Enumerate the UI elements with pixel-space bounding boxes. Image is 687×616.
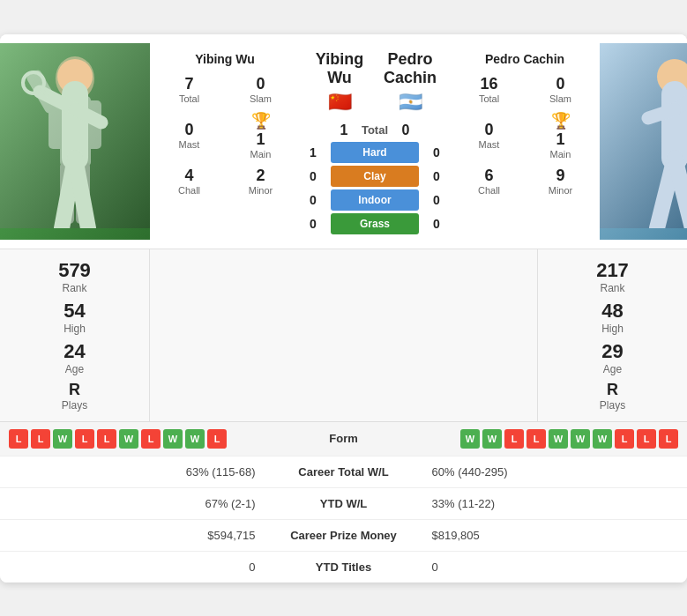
left-form-badges: LLWLLWLWWL [9,429,227,449]
indoor-right-score: 0 [428,193,445,207]
right-form-badges: WWLLWWWLLL [460,429,678,449]
right-minor-label: Minor [549,185,573,196]
ytd-wl-label: YTD W/L [265,497,423,510]
left-player-figure [0,43,150,228]
right-chall-label: Chall [478,185,500,196]
ytd-titles-label: YTD Titles [265,560,423,574]
left-minor-label: Minor [249,185,273,196]
total-row: 1 Total 0 [304,122,445,138]
left-form-badge: L [97,429,116,449]
left-name-area: Yibing Wu 🇨🇳 [304,43,375,121]
ytd-wl-left: 67% (2-1) [13,497,265,510]
left-plays-value: R [69,381,80,399]
ytd-titles-right: 0 [423,560,675,574]
left-player-stats: Yibing Wu 7 Total 0 Slam 0 Mast 🏆 1 Mai [150,43,300,240]
right-form-badge: W [482,429,502,449]
left-chall-stat: 4 Chall [154,165,224,197]
match-container: Yibing Wu 7 Total 0 Slam 0 Mast 🏆 1 Mai [0,34,687,583]
ytd-titles-row: 0 YTD Titles 0 [0,551,687,583]
right-player-figure [600,43,687,228]
clay-button[interactable]: Clay [331,166,419,187]
top-section: Yibing Wu 7 Total 0 Slam 0 Mast 🏆 1 Mai [0,34,687,249]
ytd-wl-right: 33% (11-22) [423,497,675,510]
right-form-badge: W [593,429,612,449]
left-chall-label: Chall [178,185,200,196]
right-trophy-icon: 🏆 [551,111,571,130]
left-high-stat: 54 High [63,300,86,335]
left-form-badge: L [9,429,28,449]
right-form-badge: L [504,429,524,449]
right-total-label: Total [479,93,499,104]
grass-left-score: 0 [304,217,322,231]
left-total-stat: 7 Total [154,73,224,106]
right-slam-label: Slam [549,93,571,104]
right-rank-stat: 217 Rank [596,259,629,294]
right-form-badge: L [637,429,656,449]
right-age-stat: 29 Age [601,340,623,375]
left-form-badge: L [207,429,227,449]
left-rank-label: Rank [62,282,86,294]
left-form-badge: L [75,429,94,449]
indoor-button[interactable]: Indoor [331,189,419,211]
left-player-name-below: Yibing Wu [195,52,255,66]
right-slam-value: 0 [556,75,564,93]
right-chall-value: 6 [484,167,493,185]
right-stats-grid: 16 Total 0 Slam 0 Mast 🏆 1 Main 6 [454,73,595,197]
right-name-area: Pedro Cachin 🇦🇷 [375,43,445,121]
hard-right-score: 0 [428,145,445,160]
form-section: LLWLLWLWWL Form WWLLWWWLLL [0,421,687,456]
right-trophy-stat: 🏆 1 Main [526,109,595,161]
comparison-stats: 63% (115-68) Career Total W/L 60% (440-2… [0,456,687,583]
left-minor-value: 2 [256,167,265,185]
career-total-left: 63% (115-68) [13,465,265,479]
career-total-row: 63% (115-68) Career Total W/L 60% (440-2… [0,456,687,487]
right-mast-label: Mast [479,139,500,150]
left-form-badge: L [31,429,50,449]
right-player-name-top: Pedro Cachin [375,50,445,87]
indoor-label: Indoor [358,194,391,206]
career-prize-right: $819,805 [423,529,675,542]
career-total-right: 60% (440-295) [423,465,675,479]
right-high-value: 48 [601,300,623,323]
left-mast-value: 0 [184,121,193,139]
left-age-label: Age [65,363,84,375]
left-secondary-stats: 579 Rank 54 High 24 Age R Plays [0,249,150,421]
form-label: Form [317,432,370,445]
right-total-stat: 16 Total [454,73,524,106]
right-high-stat: 48 High [601,300,624,335]
clay-left-score: 0 [304,169,322,183]
left-rank-stat: 579 Rank [58,259,91,294]
svg-line-20 [648,109,675,118]
right-form-badge: L [526,429,546,449]
ytd-wl-row: 67% (2-1) YTD W/L 33% (11-22) [0,487,687,519]
left-chall-value: 4 [184,167,193,185]
center-placeholder [150,249,537,421]
left-form-badge: L [141,429,161,449]
left-total-label: Total [179,93,199,104]
hard-button[interactable]: Hard [331,142,419,163]
right-plays-value: R [607,381,618,399]
left-slam-label: Slam [250,93,272,104]
right-flag: 🇦🇷 [399,91,422,114]
grass-button[interactable]: Grass [331,213,419,234]
left-high-label: High [63,323,86,335]
career-total-label: Career Total W/L [265,465,423,479]
right-player-photo [600,43,687,240]
ytd-titles-left: 0 [13,560,265,574]
right-plays-label: Plays [600,399,625,412]
left-mast-label: Mast [179,139,200,150]
right-player-stats: Pedro Cachin 16 Total 0 Slam 0 Mast 🏆 1 [450,43,600,240]
hard-left-score: 1 [304,145,322,160]
surface-rows: 1 Hard 0 0 Clay 0 0 Indoor [304,142,445,234]
left-form-badge: W [163,429,183,449]
left-plays-stat: R Plays [62,381,87,412]
left-total-value: 7 [184,75,193,93]
grass-label: Grass [360,218,390,230]
right-minor-value: 9 [556,167,564,185]
right-main-value: 1 [556,130,564,149]
left-player-name-top: Yibing Wu [304,50,375,87]
left-trophy-icon: 🏆 [251,111,271,130]
right-total-value: 16 [480,75,497,93]
left-plays-label: Plays [62,399,87,412]
left-player-photo [0,43,150,240]
